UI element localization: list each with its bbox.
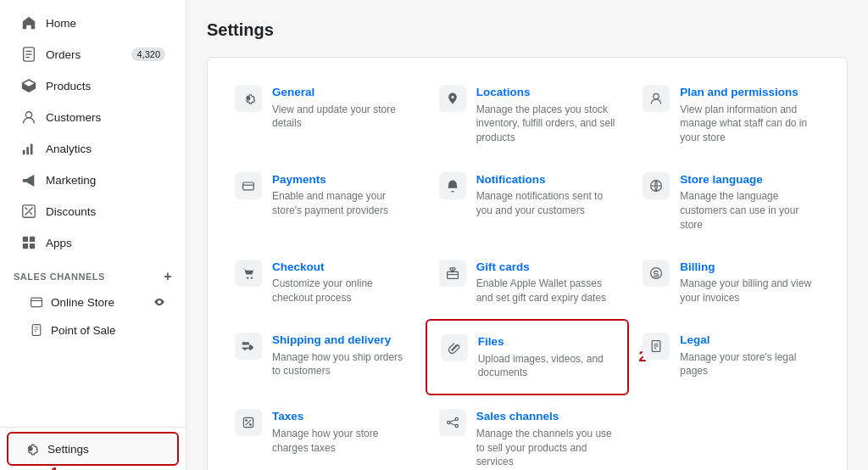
svg-rect-17 <box>31 298 42 306</box>
taxes-text: Taxes Manage how your store charges taxe… <box>272 409 412 455</box>
sales-channels-text: Sales channels Manage the channels you u… <box>476 409 616 469</box>
svg-rect-7 <box>31 144 33 155</box>
sidebar-item-discounts[interactable]: Discounts <box>7 196 179 227</box>
sidebar-item-home[interactable]: Home <box>7 8 179 38</box>
setting-general[interactable]: General View and update your store detai… <box>221 71 426 159</box>
sidebar-item-orders[interactable]: Orders 4,320 <box>7 39 179 70</box>
svg-line-44 <box>449 423 454 425</box>
svg-line-43 <box>449 420 454 422</box>
discounts-icon <box>20 203 37 220</box>
svg-point-42 <box>455 425 458 428</box>
plan-text: Plan and permissions View plan informati… <box>680 85 820 145</box>
plan-icon <box>643 85 670 112</box>
svg-rect-5 <box>23 150 25 154</box>
add-sales-channel-button[interactable]: + <box>164 269 172 284</box>
notifications-text: Notifications Manage notifications sent … <box>476 172 616 218</box>
svg-point-39 <box>250 424 252 426</box>
setting-notifications[interactable]: Notifications Manage notifications sent … <box>426 159 630 246</box>
gift-cards-icon <box>439 260 466 287</box>
eye-icon[interactable] <box>153 296 165 308</box>
sales-channels-label: SALES CHANNELS + <box>0 259 186 288</box>
setting-plan-permissions[interactable]: Plan and permissions View plan informati… <box>629 71 833 159</box>
sidebar-item-products[interactable]: Products <box>7 70 179 101</box>
setting-sales-channels[interactable]: Sales channels Manage the channels you u… <box>426 395 630 470</box>
settings-nav-item[interactable]: Settings 1 <box>7 432 179 466</box>
payments-text: Payments Enable and manage your store's … <box>272 172 412 218</box>
main-content: Settings General View and update your st… <box>186 0 868 470</box>
sidebar-nav: Home Orders 4,320 Products <box>0 0 186 427</box>
svg-point-4 <box>25 112 31 118</box>
taxes-icon <box>235 409 262 436</box>
svg-rect-13 <box>23 237 28 242</box>
svg-point-28 <box>251 277 253 278</box>
marketing-icon <box>20 171 37 188</box>
general-icon <box>235 85 262 112</box>
svg-point-23 <box>654 93 659 98</box>
general-text: General View and update your store detai… <box>272 85 412 131</box>
gift-cards-text: Gift cards Enable Apple Wallet passes an… <box>476 260 616 305</box>
payments-icon <box>235 172 262 199</box>
svg-point-40 <box>447 422 449 424</box>
locations-icon <box>439 85 466 112</box>
sidebar-bottom: Settings 1 <box>0 427 186 470</box>
setting-checkout[interactable]: Checkout Customize your online checkout … <box>221 246 426 319</box>
sidebar-item-marketing[interactable]: Marketing <box>7 165 179 195</box>
sidebar-item-point-of-sale[interactable]: Point of Sale <box>7 316 179 344</box>
svg-point-27 <box>247 277 248 278</box>
analytics-icon <box>20 140 37 157</box>
settings-icon <box>22 440 39 457</box>
sidebar-item-apps[interactable]: Apps <box>7 227 179 258</box>
sales-channels-icon <box>439 409 466 436</box>
empty-cell <box>629 395 833 470</box>
home-icon <box>20 14 37 31</box>
legal-text: Legal Manage your store's legal pages <box>680 333 820 378</box>
setting-payments[interactable]: Payments Enable and manage your store's … <box>221 159 426 246</box>
settings-grid: General View and update your store detai… <box>221 71 833 470</box>
apps-icon <box>20 234 37 251</box>
svg-rect-24 <box>243 182 254 190</box>
pos-icon <box>29 322 44 338</box>
shipping-text: Shipping and delivery Manage how you shi… <box>272 333 412 378</box>
orders-badge: 4,320 <box>131 48 165 61</box>
files-icon <box>441 334 468 361</box>
sidebar-item-analytics[interactable]: Analytics <box>7 133 179 164</box>
setting-files[interactable]: Files Upload images, videos, and documen… <box>426 319 630 395</box>
billing-text: Billing Manage your billing and view you… <box>680 260 820 305</box>
customers-icon <box>20 109 37 126</box>
sidebar-item-online-store[interactable]: Online Store <box>7 288 179 316</box>
locations-text: Locations Manage the places you stock in… <box>476 85 616 145</box>
setting-store-language[interactable]: Store language Manage the language custo… <box>629 159 833 246</box>
shipping-icon <box>235 333 262 360</box>
svg-point-38 <box>246 420 248 422</box>
online-store-icon <box>29 294 44 310</box>
sidebar: Home Orders 4,320 Products <box>0 0 186 470</box>
setting-billing[interactable]: Billing Manage your billing and view you… <box>629 246 833 319</box>
notifications-icon <box>439 172 466 199</box>
number-label-1: 1 <box>51 466 186 470</box>
language-icon <box>643 172 670 199</box>
settings-card: General View and update your store detai… <box>207 57 848 470</box>
sidebar-item-customers[interactable]: Customers <box>7 102 179 132</box>
svg-line-11 <box>30 212 32 215</box>
setting-taxes[interactable]: Taxes Manage how your store charges taxe… <box>221 395 426 470</box>
svg-rect-15 <box>23 243 28 249</box>
svg-point-41 <box>455 418 458 421</box>
billing-icon <box>643 260 670 287</box>
setting-gift-cards[interactable]: Gift cards Enable Apple Wallet passes an… <box>426 246 630 319</box>
setting-locations[interactable]: Locations Manage the places you stock in… <box>426 71 630 159</box>
checkout-text: Checkout Customize your online checkout … <box>272 260 412 305</box>
setting-shipping[interactable]: Shipping and delivery Manage how you shi… <box>221 319 426 395</box>
orders-icon <box>20 46 37 63</box>
svg-line-10 <box>25 208 28 210</box>
svg-rect-6 <box>26 147 29 154</box>
files-text: Files Upload images, videos, and documen… <box>478 334 615 380</box>
setting-legal[interactable]: Legal Manage your store's legal pages <box>629 319 833 395</box>
svg-rect-14 <box>30 237 35 242</box>
legal-icon <box>643 333 670 360</box>
svg-rect-29 <box>447 271 458 278</box>
svg-rect-16 <box>30 243 35 249</box>
products-icon <box>20 77 37 94</box>
page-title: Settings <box>207 20 848 40</box>
svg-rect-19 <box>32 325 41 336</box>
store-language-text: Store language Manage the language custo… <box>680 172 820 232</box>
